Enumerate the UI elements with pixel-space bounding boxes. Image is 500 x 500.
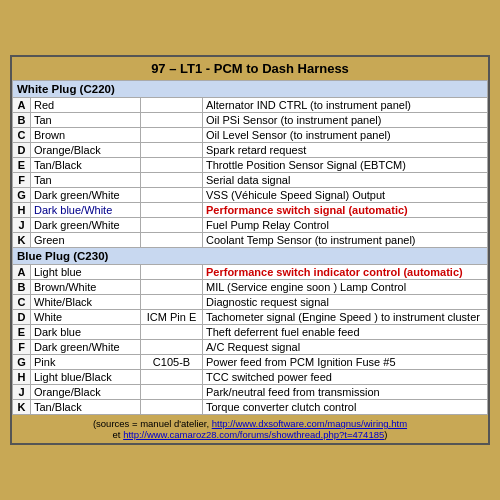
row-letter: G [13, 355, 31, 370]
table-row: KTan/BlackTorque converter clutch contro… [13, 400, 488, 415]
row-letter: K [13, 233, 31, 248]
row-desc: MIL (Service engine soon ) Lamp Control [203, 280, 488, 295]
table-row: JDark green/WhiteFuel Pump Relay Control [13, 218, 488, 233]
row-desc: Oil Level Sensor (to instrument panel) [203, 128, 488, 143]
row-desc: VSS (Véhicule Speed Signal) Output [203, 188, 488, 203]
row-letter: K [13, 400, 31, 415]
row-pin [141, 385, 203, 400]
row-color: Light blue/Black [31, 370, 141, 385]
row-color: Light blue [31, 265, 141, 280]
row-letter: B [13, 113, 31, 128]
section-header: White Plug (C220) [13, 81, 488, 98]
row-desc: Performance switch signal (automatic) [203, 203, 488, 218]
row-pin [141, 233, 203, 248]
table-row: ETan/BlackThrottle Position Sensor Signa… [13, 158, 488, 173]
table-row: EDark blueTheft deferrent fuel enable fe… [13, 325, 488, 340]
row-desc: Throttle Position Sensor Signal (EBTCM) [203, 158, 488, 173]
table-row: CBrownOil Level Sensor (to instrument pa… [13, 128, 488, 143]
row-pin [141, 98, 203, 113]
row-color: Red [31, 98, 141, 113]
table-row: ARedAlternator IND CTRL (to instrument p… [13, 98, 488, 113]
row-pin [141, 128, 203, 143]
row-letter: E [13, 325, 31, 340]
footer-link2[interactable]: http://www.camaroz28.com/forums/showthre… [123, 429, 384, 440]
footer-link1[interactable]: http://www.dxsoftware.com/magnus/wiring.… [212, 418, 407, 429]
footer: (sources = manuel d'atelier, http://www.… [12, 415, 488, 443]
row-pin [141, 218, 203, 233]
row-color: Orange/Black [31, 385, 141, 400]
row-pin [141, 325, 203, 340]
row-pin [141, 143, 203, 158]
row-letter: F [13, 340, 31, 355]
footer-line2: et [113, 429, 124, 440]
row-desc: Spark retard request [203, 143, 488, 158]
table-row: CWhite/BlackDiagnostic request signal [13, 295, 488, 310]
row-letter: B [13, 280, 31, 295]
table-row: HLight blue/BlackTCC switched power feed [13, 370, 488, 385]
row-letter: G [13, 188, 31, 203]
table-row: GDark green/WhiteVSS (Véhicule Speed Sig… [13, 188, 488, 203]
row-letter: C [13, 295, 31, 310]
wiring-table: White Plug (C220)ARedAlternator IND CTRL… [12, 80, 488, 415]
table-row: FTanSerial data signal [13, 173, 488, 188]
table-row: BBrown/WhiteMIL (Service engine soon ) L… [13, 280, 488, 295]
row-color: Pink [31, 355, 141, 370]
row-color: White/Black [31, 295, 141, 310]
row-desc: Alternator IND CTRL (to instrument panel… [203, 98, 488, 113]
table-row: GPinkC105-BPower feed from PCM Ignition … [13, 355, 488, 370]
table-row: DWhiteICM Pin ETachometer signal (Engine… [13, 310, 488, 325]
row-letter: A [13, 265, 31, 280]
row-desc: TCC switched power feed [203, 370, 488, 385]
row-color: Orange/Black [31, 143, 141, 158]
row-pin [141, 340, 203, 355]
row-color: Tan [31, 173, 141, 188]
page-title: 97 – LT1 - PCM to Dash Harness [12, 57, 488, 80]
row-letter: D [13, 143, 31, 158]
row-desc: Oil PSi Sensor (to instrument panel) [203, 113, 488, 128]
row-color: Tan/Black [31, 400, 141, 415]
row-letter: H [13, 370, 31, 385]
row-desc: A/C Request signal [203, 340, 488, 355]
row-color: White [31, 310, 141, 325]
row-color: Green [31, 233, 141, 248]
row-letter: C [13, 128, 31, 143]
table-row: ALight bluePerformance switch indicator … [13, 265, 488, 280]
table-row: BTanOil PSi Sensor (to instrument panel) [13, 113, 488, 128]
row-pin [141, 188, 203, 203]
row-letter: F [13, 173, 31, 188]
table-row: HDark blue/WhitePerformance switch signa… [13, 203, 488, 218]
row-desc: Coolant Temp Sensor (to instrument panel… [203, 233, 488, 248]
row-letter: A [13, 98, 31, 113]
row-desc: Torque converter clutch control [203, 400, 488, 415]
row-pin [141, 173, 203, 188]
row-pin [141, 158, 203, 173]
row-letter: E [13, 158, 31, 173]
table-row: KGreenCoolant Temp Sensor (to instrument… [13, 233, 488, 248]
row-color: Tan/Black [31, 158, 141, 173]
row-letter: J [13, 218, 31, 233]
row-letter: J [13, 385, 31, 400]
row-pin [141, 113, 203, 128]
row-desc: Performance switch indicator control (au… [203, 265, 488, 280]
row-pin [141, 203, 203, 218]
table-row: DOrange/BlackSpark retard request [13, 143, 488, 158]
row-color: Dark green/White [31, 218, 141, 233]
row-pin [141, 400, 203, 415]
row-desc: Park/neutral feed from transmission [203, 385, 488, 400]
section-header: Blue Plug (C230) [13, 248, 488, 265]
row-color: Dark blue [31, 325, 141, 340]
row-color: Dark green/White [31, 340, 141, 355]
row-color: Brown/White [31, 280, 141, 295]
row-pin [141, 265, 203, 280]
row-letter: D [13, 310, 31, 325]
row-desc: Theft deferrent fuel enable feed [203, 325, 488, 340]
table-row: JOrange/BlackPark/neutral feed from tran… [13, 385, 488, 400]
footer-line1: (sources = manuel d'atelier, [93, 418, 212, 429]
table-row: FDark green/WhiteA/C Request signal [13, 340, 488, 355]
row-color: Dark green/White [31, 188, 141, 203]
row-color: Brown [31, 128, 141, 143]
row-desc: Serial data signal [203, 173, 488, 188]
row-desc: Diagnostic request signal [203, 295, 488, 310]
main-container: 97 – LT1 - PCM to Dash Harness White Plu… [10, 55, 490, 445]
row-desc: Tachometer signal (Engine Speed ) to ins… [203, 310, 488, 325]
